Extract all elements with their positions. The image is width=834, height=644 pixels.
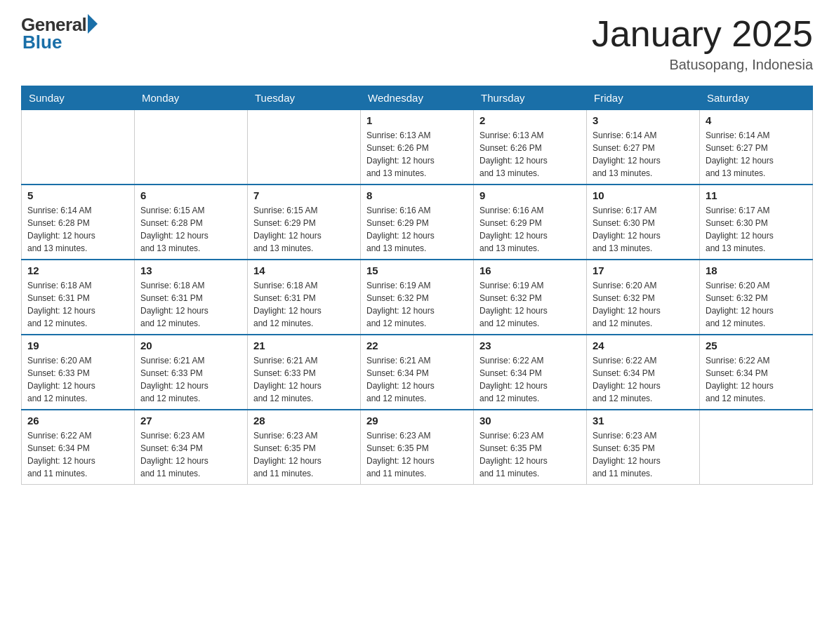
calendar-cell: 22Sunrise: 6:21 AMSunset: 6:34 PMDayligh…: [361, 335, 474, 410]
location-text: Batusopang, Indonesia: [592, 57, 813, 73]
day-number: 21: [253, 340, 355, 351]
calendar-table: SundayMondayTuesdayWednesdayThursdayFrid…: [21, 86, 813, 485]
day-number: 27: [140, 415, 241, 427]
calendar-cell: 10Sunrise: 6:17 AMSunset: 6:30 PMDayligh…: [587, 185, 700, 260]
day-info: Sunrise: 6:22 AMSunset: 6:34 PMDaylight:…: [706, 354, 807, 405]
day-number: 20: [140, 340, 241, 351]
day-number: 13: [140, 264, 241, 276]
day-info: Sunrise: 6:22 AMSunset: 6:34 PMDaylight:…: [593, 354, 694, 405]
day-info: Sunrise: 6:14 AMSunset: 6:27 PMDaylight:…: [593, 129, 694, 180]
calendar-cell: 11Sunrise: 6:17 AMSunset: 6:30 PMDayligh…: [700, 185, 813, 260]
logo-triangle-icon: [88, 14, 98, 34]
calendar-cell: 20Sunrise: 6:21 AMSunset: 6:33 PMDayligh…: [135, 335, 248, 410]
calendar-cell: 12Sunrise: 6:18 AMSunset: 6:31 PMDayligh…: [22, 260, 135, 335]
calendar-cell: 6Sunrise: 6:15 AMSunset: 6:28 PMDaylight…: [135, 185, 248, 260]
calendar-cell: 7Sunrise: 6:15 AMSunset: 6:29 PMDaylight…: [248, 185, 361, 260]
calendar-cell: 5Sunrise: 6:14 AMSunset: 6:28 PMDaylight…: [22, 185, 135, 260]
day-info: Sunrise: 6:21 AMSunset: 6:33 PMDaylight:…: [140, 354, 241, 405]
calendar-cell: 25Sunrise: 6:22 AMSunset: 6:34 PMDayligh…: [700, 335, 813, 410]
calendar-cell: [248, 110, 361, 185]
calendar-cell: 14Sunrise: 6:18 AMSunset: 6:31 PMDayligh…: [248, 260, 361, 335]
weekday-header-sunday: Sunday: [22, 86, 135, 110]
day-number: 4: [706, 114, 807, 126]
calendar-cell: 9Sunrise: 6:16 AMSunset: 6:29 PMDaylight…: [474, 185, 587, 260]
day-number: 29: [366, 415, 468, 427]
calendar-cell: 21Sunrise: 6:21 AMSunset: 6:33 PMDayligh…: [248, 335, 361, 410]
day-info: Sunrise: 6:13 AMSunset: 6:26 PMDaylight:…: [366, 129, 468, 180]
day-info: Sunrise: 6:18 AMSunset: 6:31 PMDaylight:…: [140, 279, 241, 330]
month-title: January 2025: [592, 14, 813, 54]
day-info: Sunrise: 6:14 AMSunset: 6:28 PMDaylight:…: [27, 204, 128, 255]
day-info: Sunrise: 6:13 AMSunset: 6:26 PMDaylight:…: [479, 129, 581, 180]
day-number: 9: [479, 189, 581, 201]
day-info: Sunrise: 6:17 AMSunset: 6:30 PMDaylight:…: [593, 204, 694, 255]
calendar-cell: [135, 110, 248, 185]
day-info: Sunrise: 6:18 AMSunset: 6:31 PMDaylight:…: [27, 279, 128, 330]
day-info: Sunrise: 6:16 AMSunset: 6:29 PMDaylight:…: [479, 204, 581, 255]
day-number: 31: [593, 415, 694, 427]
day-number: 22: [366, 340, 468, 351]
weekday-header-thursday: Thursday: [474, 86, 587, 110]
day-number: 19: [27, 340, 128, 351]
day-info: Sunrise: 6:21 AMSunset: 6:33 PMDaylight:…: [253, 354, 355, 405]
day-info: Sunrise: 6:18 AMSunset: 6:31 PMDaylight:…: [253, 279, 355, 330]
calendar-cell: 31Sunrise: 6:23 AMSunset: 6:35 PMDayligh…: [587, 410, 700, 485]
day-info: Sunrise: 6:17 AMSunset: 6:30 PMDaylight:…: [706, 204, 807, 255]
day-number: 23: [479, 340, 581, 351]
calendar-cell: 4Sunrise: 6:14 AMSunset: 6:27 PMDaylight…: [700, 110, 813, 185]
calendar-cell: 30Sunrise: 6:23 AMSunset: 6:35 PMDayligh…: [474, 410, 587, 485]
day-info: Sunrise: 6:23 AMSunset: 6:35 PMDaylight:…: [479, 429, 581, 480]
day-number: 8: [366, 189, 468, 201]
day-number: 28: [253, 415, 355, 427]
day-number: 10: [593, 189, 694, 201]
day-number: 12: [27, 264, 128, 276]
day-info: Sunrise: 6:14 AMSunset: 6:27 PMDaylight:…: [706, 129, 807, 180]
title-section: January 2025 Batusopang, Indonesia: [592, 14, 813, 73]
day-info: Sunrise: 6:22 AMSunset: 6:34 PMDaylight:…: [479, 354, 581, 405]
calendar-cell: [700, 410, 813, 485]
day-number: 18: [706, 264, 807, 276]
day-info: Sunrise: 6:23 AMSunset: 6:35 PMDaylight:…: [366, 429, 468, 480]
day-number: 3: [593, 114, 694, 126]
calendar-cell: [22, 110, 135, 185]
calendar-week-row: 1Sunrise: 6:13 AMSunset: 6:26 PMDaylight…: [22, 110, 813, 185]
calendar-week-row: 26Sunrise: 6:22 AMSunset: 6:34 PMDayligh…: [22, 410, 813, 485]
day-info: Sunrise: 6:15 AMSunset: 6:29 PMDaylight:…: [253, 204, 355, 255]
calendar-cell: 18Sunrise: 6:20 AMSunset: 6:32 PMDayligh…: [700, 260, 813, 335]
calendar-cell: 19Sunrise: 6:20 AMSunset: 6:33 PMDayligh…: [22, 335, 135, 410]
day-info: Sunrise: 6:20 AMSunset: 6:32 PMDaylight:…: [593, 279, 694, 330]
calendar-cell: 26Sunrise: 6:22 AMSunset: 6:34 PMDayligh…: [22, 410, 135, 485]
weekday-header-wednesday: Wednesday: [361, 86, 474, 110]
logo-blue-text: Blue: [22, 32, 62, 53]
calendar-cell: 1Sunrise: 6:13 AMSunset: 6:26 PMDaylight…: [361, 110, 474, 185]
weekday-header-friday: Friday: [587, 86, 700, 110]
day-info: Sunrise: 6:19 AMSunset: 6:32 PMDaylight:…: [479, 279, 581, 330]
day-number: 1: [366, 114, 468, 126]
day-number: 17: [593, 264, 694, 276]
day-info: Sunrise: 6:16 AMSunset: 6:29 PMDaylight:…: [366, 204, 468, 255]
day-number: 15: [366, 264, 468, 276]
calendar-cell: 28Sunrise: 6:23 AMSunset: 6:35 PMDayligh…: [248, 410, 361, 485]
day-number: 26: [27, 415, 128, 427]
calendar-cell: 8Sunrise: 6:16 AMSunset: 6:29 PMDaylight…: [361, 185, 474, 260]
weekday-header-saturday: Saturday: [700, 86, 813, 110]
day-number: 25: [706, 340, 807, 351]
day-number: 5: [27, 189, 128, 201]
calendar-cell: 16Sunrise: 6:19 AMSunset: 6:32 PMDayligh…: [474, 260, 587, 335]
day-number: 6: [140, 189, 241, 201]
day-info: Sunrise: 6:20 AMSunset: 6:33 PMDaylight:…: [27, 354, 128, 405]
calendar-cell: 29Sunrise: 6:23 AMSunset: 6:35 PMDayligh…: [361, 410, 474, 485]
day-info: Sunrise: 6:20 AMSunset: 6:32 PMDaylight:…: [706, 279, 807, 330]
calendar-cell: 13Sunrise: 6:18 AMSunset: 6:31 PMDayligh…: [135, 260, 248, 335]
day-number: 2: [479, 114, 581, 126]
calendar-cell: 17Sunrise: 6:20 AMSunset: 6:32 PMDayligh…: [587, 260, 700, 335]
weekday-header-tuesday: Tuesday: [248, 86, 361, 110]
page-header: General Blue January 2025 Batusopang, In…: [21, 14, 813, 73]
day-number: 24: [593, 340, 694, 351]
day-info: Sunrise: 6:22 AMSunset: 6:34 PMDaylight:…: [27, 429, 128, 480]
weekday-header-monday: Monday: [135, 86, 248, 110]
day-number: 30: [479, 415, 581, 427]
calendar-week-row: 19Sunrise: 6:20 AMSunset: 6:33 PMDayligh…: [22, 335, 813, 410]
calendar-cell: 23Sunrise: 6:22 AMSunset: 6:34 PMDayligh…: [474, 335, 587, 410]
calendar-cell: 27Sunrise: 6:23 AMSunset: 6:34 PMDayligh…: [135, 410, 248, 485]
